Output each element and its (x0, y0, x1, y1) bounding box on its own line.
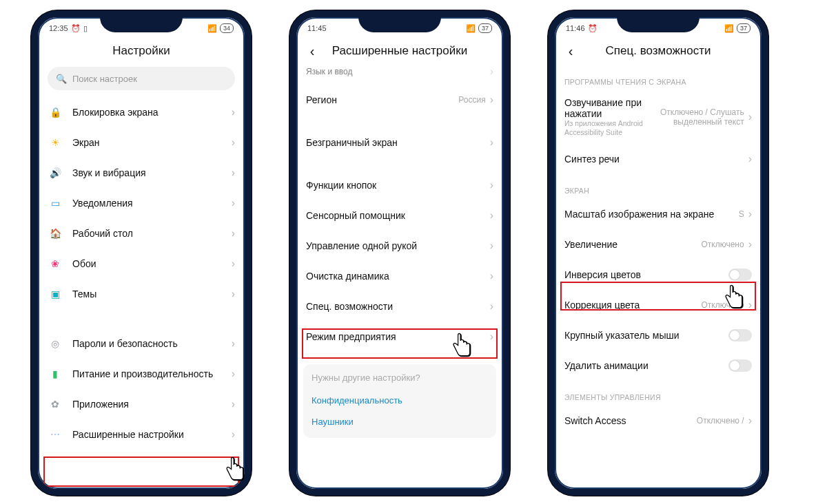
search-input[interactable]: 🔍 Поиск настроек (48, 67, 235, 90)
toggle-switch[interactable] (728, 359, 752, 372)
chevron-right-icon: › (490, 65, 493, 78)
row-label: Регион (306, 94, 458, 105)
settings-row[interactable]: Сенсорный помощник › (296, 200, 503, 231)
row-icon: ▮ (48, 366, 63, 381)
settings-row[interactable]: ◎ Пароли и безопасность › (38, 328, 245, 359)
chevron-right-icon: › (490, 240, 493, 252)
notch (100, 17, 183, 32)
footer-question: Нужны другие настройки? (312, 372, 488, 383)
settings-row[interactable]: ❀ Обои › (38, 249, 245, 279)
link-privacy[interactable]: Конфиденциальность (312, 390, 488, 411)
row-label: Темы (72, 288, 232, 300)
settings-row[interactable]: ▮ Питание и производительность › (38, 359, 245, 389)
row-value: Россия (458, 95, 485, 105)
row-label: Блокировка экрана (72, 107, 232, 118)
chevron-right-icon: › (232, 197, 235, 209)
chevron-right-icon: › (748, 208, 752, 220)
settings-row[interactable]: Регион Россия › (296, 85, 503, 115)
chevron-right-icon: › (490, 300, 493, 313)
chevron-right-icon: › (748, 153, 752, 165)
row-value: Отключено (701, 300, 744, 310)
row-value: Отключено (701, 240, 744, 249)
row-icon: ◎ (48, 336, 63, 351)
phone-1-settings: 12:35 ⏰ ▯ 📶34 Настройки 🔍 Поиск настроек… (31, 10, 252, 496)
row-label: Уведомления (72, 198, 232, 209)
settings-row[interactable]: Масштаб изображения на экране S› (555, 199, 762, 229)
row-value: Отключено / Слушать выделенный текст (655, 107, 744, 127)
back-button[interactable]: ‹ (305, 43, 320, 59)
toggle-switch[interactable] (728, 269, 752, 281)
settings-row[interactable]: Switch Access Отключено /› (555, 406, 762, 436)
alarm-icon: ⏰ (71, 24, 81, 33)
settings-row[interactable]: Крупный указатель мыши (555, 320, 762, 350)
row-label: Приложения (72, 399, 232, 410)
settings-row[interactable]: 🔒 Блокировка экрана › (38, 97, 245, 127)
chevron-right-icon: › (232, 398, 235, 410)
battery-icon: 37 (478, 23, 492, 33)
row-label: Рабочий стол (72, 228, 232, 239)
settings-row[interactable]: ⋯ Расширенные настройки › (38, 419, 245, 450)
row-label: Обои (72, 258, 232, 269)
settings-row[interactable]: Увеличение Отключено› (555, 229, 762, 260)
battery-icon: 34 (220, 23, 234, 33)
settings-row[interactable]: ▭ Уведомления › (38, 188, 245, 218)
chevron-right-icon: › (232, 136, 235, 149)
search-icon: 🔍 (56, 74, 67, 84)
settings-row[interactable]: Управление одной рукой › (296, 231, 503, 261)
settings-row[interactable]: ▣ Темы › (38, 279, 245, 309)
row-label: Сенсорный помощник (306, 210, 490, 221)
row-label: Очистка динамика (306, 271, 490, 282)
row-label: Пароли и безопасность (72, 338, 232, 349)
settings-row[interactable]: Коррекция цвета Отключено› (555, 290, 762, 320)
chevron-right-icon: › (232, 337, 235, 350)
settings-row[interactable]: Удалить анимации (555, 350, 762, 381)
chevron-right-icon: › (748, 111, 752, 123)
battery-icon: 37 (737, 23, 751, 33)
settings-row[interactable]: ☀ Экран › (38, 127, 245, 158)
chevron-right-icon: › (232, 368, 235, 380)
row-label: Режим предприятия (306, 331, 490, 342)
row-label: Синтез речи (564, 154, 748, 165)
notch (358, 17, 441, 32)
row-label: Масштаб изображения на экране (564, 209, 739, 220)
clock: 12:35 (49, 24, 68, 32)
settings-row[interactable]: 🔊 Звук и вибрация › (38, 158, 245, 188)
chevron-right-icon: › (232, 288, 235, 300)
chevron-right-icon: › (748, 414, 752, 427)
settings-row[interactable]: 🏠 Рабочий стол › (38, 218, 245, 249)
settings-row[interactable]: Очистка динамика › (296, 261, 503, 291)
settings-row[interactable]: Спец. возможности › (296, 291, 503, 322)
row-label: Коррекция цвета (564, 300, 701, 311)
settings-row[interactable]: Инверсия цветов (555, 260, 762, 290)
settings-row[interactable]: Режим предприятия › (296, 322, 503, 352)
settings-row[interactable]: Функции кнопок › (296, 170, 503, 200)
row-icon: 🏠 (48, 226, 63, 241)
chevron-right-icon: › (232, 428, 235, 441)
settings-row[interactable]: Безграничный экран › (296, 127, 503, 158)
notch (617, 17, 700, 32)
settings-row[interactable]: Синтез речи › (555, 144, 762, 174)
row-icon: ☀ (48, 135, 63, 150)
back-button[interactable]: ‹ (563, 43, 578, 59)
row-value: Отключено / (697, 416, 744, 426)
signal-icon: 📶 (466, 24, 476, 33)
link-headphones[interactable]: Наушники (312, 411, 488, 432)
row-label: Спец. возможности (306, 301, 490, 312)
toggle-switch[interactable] (728, 329, 752, 342)
chevron-right-icon: › (490, 330, 493, 343)
settings-row[interactable]: Язык и ввод› (296, 65, 503, 85)
search-placeholder: Поиск настроек (72, 74, 137, 84)
row-label: Удалить анимации (564, 360, 728, 371)
row-label: Switch Access (564, 415, 697, 426)
settings-row[interactable]: Озвучивание при нажатииИз приложения And… (555, 90, 762, 144)
chevron-right-icon: › (490, 209, 493, 222)
clock: 11:45 (307, 24, 327, 32)
row-icon: ❀ (48, 256, 63, 271)
row-label: Расширенные настройки (72, 429, 232, 440)
settings-row[interactable]: ✿ Приложения › (38, 389, 245, 419)
row-icon: ✿ (48, 397, 63, 412)
signal-icon: 📶 (724, 24, 734, 33)
section-header: ЭЛЕМЕНТЫ УПРАВЛЕНИЯ (555, 381, 762, 406)
row-label: Звук и вибрация (72, 167, 232, 178)
alarm-icon: ⏰ (588, 24, 598, 33)
